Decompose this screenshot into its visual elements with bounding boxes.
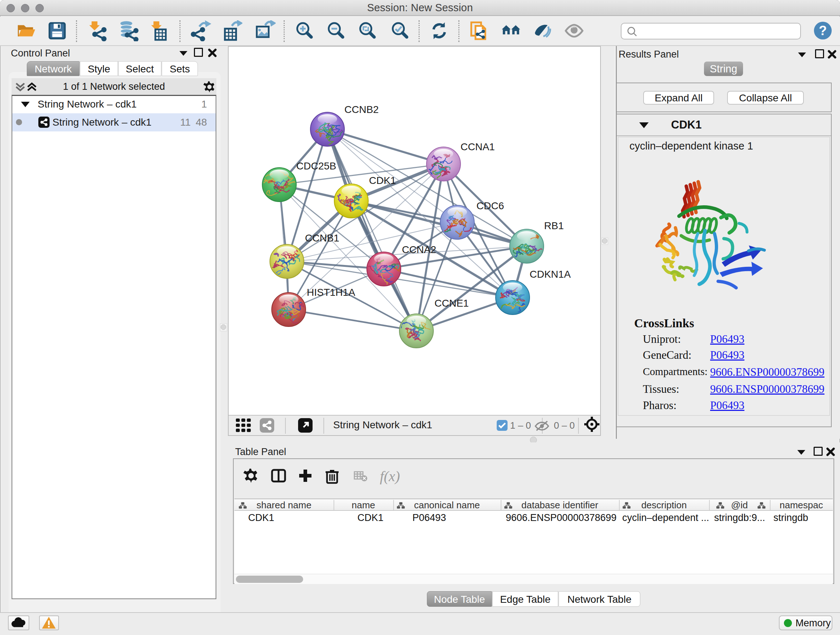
svg-text:CDC25B: CDC25B — [296, 160, 336, 172]
svg-text:CCNB2: CCNB2 — [344, 104, 379, 115]
svg-text:CCNA1: CCNA1 — [461, 141, 495, 152]
svg-text:CCNE1: CCNE1 — [434, 298, 469, 309]
svg-text:CDKN1A: CDKN1A — [530, 269, 571, 280]
svg-text:HIST1H1A: HIST1H1A — [307, 287, 355, 298]
svg-text:CCNA2: CCNA2 — [402, 244, 436, 255]
svg-text:CDK1: CDK1 — [369, 175, 396, 186]
svg-text:RB1: RB1 — [544, 220, 564, 231]
svg-text:CDC6: CDC6 — [477, 200, 504, 211]
svg-text:CCNB1: CCNB1 — [305, 233, 339, 244]
